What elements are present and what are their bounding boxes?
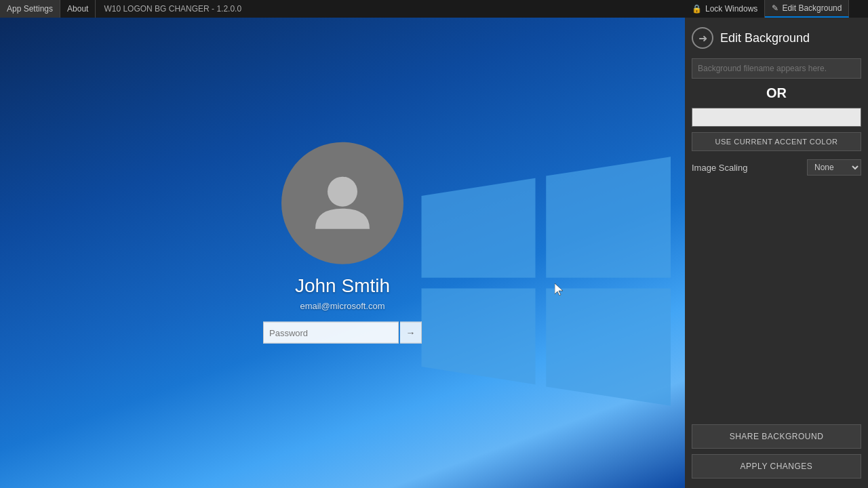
app-settings-menu[interactable]: App Settings bbox=[0, 0, 60, 18]
arrow-icon: ➜ bbox=[698, 32, 707, 45]
edit-background-tab[interactable]: ✎ Edit Background bbox=[765, 0, 849, 18]
share-background-button[interactable]: SHARE BACKGROUND bbox=[692, 424, 861, 449]
or-divider: OR bbox=[692, 85, 861, 101]
panel-titlebar: 🔒 Lock Windows ✎ Edit Background bbox=[685, 0, 868, 18]
image-scaling-row: Image Scaling NoneFitFillStretchTileCent… bbox=[692, 159, 861, 176]
user-name: John Smtih bbox=[295, 275, 390, 297]
avatar bbox=[281, 142, 403, 264]
app-title: W10 LOGON BG CHANGER - 1.2.0.0 bbox=[96, 4, 250, 14]
lock-icon: 🔒 bbox=[692, 4, 702, 14]
spacer bbox=[692, 181, 861, 419]
edit-background-label: Edit Background bbox=[782, 3, 842, 13]
titlebar: App Settings About W10 LOGON BG CHANGER … bbox=[0, 0, 685, 18]
submit-arrow-icon: → bbox=[406, 327, 416, 338]
color-preview[interactable] bbox=[692, 108, 861, 127]
svg-marker-1 bbox=[546, 157, 671, 278]
svg-point-4 bbox=[328, 177, 357, 207]
background-preview: John Smtih email@microsoft.com → bbox=[0, 18, 685, 488]
apply-changes-button[interactable]: APPLY CHANGES bbox=[692, 454, 861, 479]
lock-windows-label: Lock Windows bbox=[705, 4, 757, 14]
password-row: → bbox=[263, 322, 422, 344]
password-input[interactable] bbox=[263, 322, 399, 344]
app-settings-label: App Settings bbox=[7, 4, 53, 14]
bg-filename-input[interactable] bbox=[692, 58, 861, 79]
svg-marker-3 bbox=[546, 289, 671, 406]
use-accent-color-button[interactable]: USE CURRENT ACCENT COLOR bbox=[692, 132, 861, 151]
user-email: email@microsoft.com bbox=[300, 301, 384, 311]
edit-icon: ✎ bbox=[772, 3, 778, 13]
image-scaling-label: Image Scaling bbox=[692, 163, 747, 173]
lock-windows-tab[interactable]: 🔒 Lock Windows bbox=[685, 0, 765, 18]
panel-arrow-icon: ➜ bbox=[692, 27, 713, 49]
login-panel: John Smtih email@microsoft.com → bbox=[263, 142, 422, 344]
svg-marker-0 bbox=[422, 178, 536, 278]
about-label: About bbox=[67, 4, 88, 14]
about-menu[interactable]: About bbox=[60, 0, 96, 18]
windows-logo bbox=[400, 139, 685, 424]
image-scaling-dropdown[interactable]: NoneFitFillStretchTileCenter bbox=[807, 159, 861, 176]
svg-marker-2 bbox=[422, 289, 536, 385]
avatar-icon bbox=[309, 168, 376, 239]
right-panel: ➜ Edit Background OR USE CURRENT ACCENT … bbox=[685, 18, 868, 488]
panel-header: ➜ Edit Background bbox=[692, 27, 861, 49]
panel-title: Edit Background bbox=[720, 31, 810, 45]
password-submit-button[interactable]: → bbox=[400, 322, 422, 344]
